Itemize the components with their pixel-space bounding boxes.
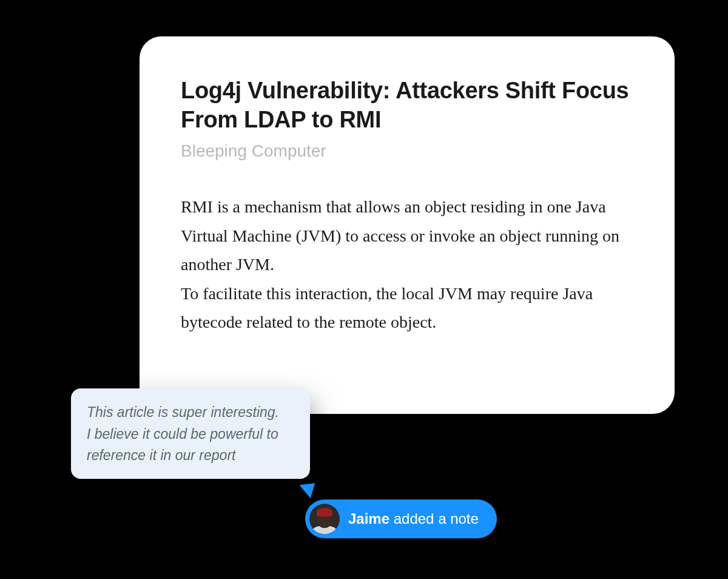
note-text: This article is super interesting. I bel… bbox=[87, 402, 294, 467]
avatar bbox=[309, 504, 340, 534]
article-title: Log4j Vulnerability: Attackers Shift Foc… bbox=[181, 76, 633, 134]
cursor-pointer-icon bbox=[300, 476, 321, 498]
article-source: Bleeping Computer bbox=[181, 141, 633, 161]
article-body: RMI is a mechanism that allows an object… bbox=[181, 192, 633, 337]
notification-action: added a note bbox=[389, 510, 479, 527]
notification-user: Jaime bbox=[348, 510, 389, 527]
article-card: Log4j Vulnerability: Attackers Shift Foc… bbox=[140, 36, 675, 414]
notification-pill[interactable]: Jaime added a note bbox=[305, 499, 497, 538]
note-card[interactable]: This article is super interesting. I bel… bbox=[71, 388, 310, 479]
notification-text: Jaime added a note bbox=[348, 510, 479, 527]
